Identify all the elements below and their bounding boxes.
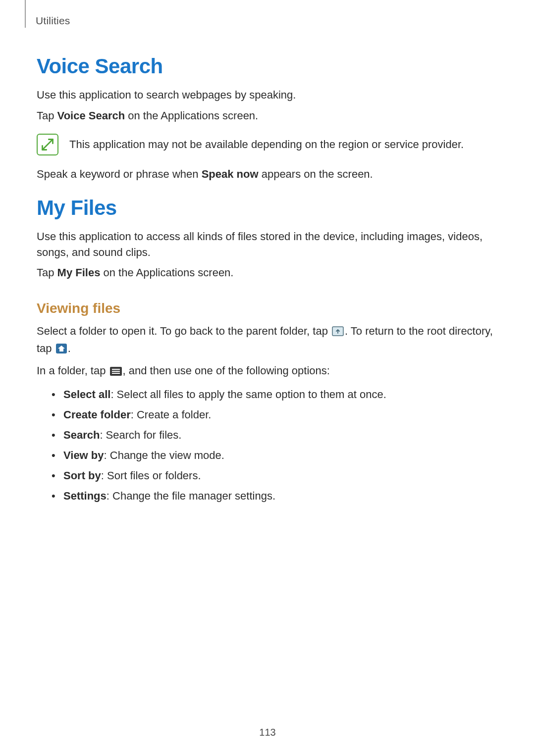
my-files-intro: Use this application to access all kinds… xyxy=(37,229,498,260)
note-icon xyxy=(37,134,58,155)
option-desc: : Change the view mode. xyxy=(104,449,224,461)
availability-note: This application may not be available de… xyxy=(37,134,498,155)
option-label: Search xyxy=(63,429,100,441)
my-files-tap: Tap My Files on the Applications screen. xyxy=(37,265,498,281)
text-fragment: . xyxy=(68,342,71,354)
option-label: Select all xyxy=(63,388,110,401)
page-content: Voice Search Use this application to sea… xyxy=(37,15,498,504)
list-item: View by: Change the view mode. xyxy=(52,447,498,463)
option-label: Settings xyxy=(63,490,107,502)
text-fragment: Tap xyxy=(37,109,57,122)
svg-rect-5 xyxy=(112,373,120,374)
options-list: Select all: Select all files to apply th… xyxy=(52,386,498,504)
text-fragment: on the Applications screen. xyxy=(100,266,233,279)
text-fragment: Speak a keyword or phrase when xyxy=(37,168,202,180)
bold-speak-now: Speak now xyxy=(202,168,259,180)
manual-page: Utilities Voice Search Use this applicat… xyxy=(0,0,535,756)
svg-rect-3 xyxy=(112,369,120,370)
note-text: This application may not be available de… xyxy=(69,137,464,152)
list-item: Search: Search for files. xyxy=(52,427,498,443)
text-fragment: on the Applications screen. xyxy=(125,109,258,122)
option-label: Sort by xyxy=(63,469,101,482)
heading-my-files: My Files xyxy=(37,196,498,220)
pencil-note-icon xyxy=(41,138,54,151)
option-desc: : Change the file manager settings. xyxy=(107,490,275,502)
text-fragment: appears on the screen. xyxy=(259,168,373,180)
text-fragment: Select a folder to open it. To go back t… xyxy=(37,325,331,337)
bold-my-files: My Files xyxy=(57,266,101,279)
option-desc: : Sort files or folders. xyxy=(101,469,201,482)
list-item: Select all: Select all files to apply th… xyxy=(52,386,498,403)
option-label: View by xyxy=(63,449,104,461)
list-item: Create folder: Create a folder. xyxy=(52,406,498,423)
option-desc: : Search for files. xyxy=(100,429,181,441)
viewing-files-menu: In a folder, tap , and then use one of t… xyxy=(37,363,498,380)
text-fragment: Tap xyxy=(37,266,57,279)
home-icon xyxy=(56,342,67,358)
voice-search-tap: Tap Voice Search on the Applications scr… xyxy=(37,108,498,124)
svg-rect-4 xyxy=(112,371,120,372)
menu-icon xyxy=(110,364,122,380)
text-fragment: , and then use one of the following opti… xyxy=(123,364,330,377)
breadcrumb: Utilities xyxy=(36,15,70,27)
header-rule xyxy=(25,0,26,28)
list-item: Settings: Change the file manager settin… xyxy=(52,488,498,504)
option-label: Create folder xyxy=(63,408,131,421)
voice-search-speak: Speak a keyword or phrase when Speak now… xyxy=(37,166,498,182)
bold-voice-search: Voice Search xyxy=(57,109,125,122)
viewing-files-nav: Select a folder to open it. To go back t… xyxy=(37,323,498,358)
option-desc: : Select all files to apply the same opt… xyxy=(110,388,386,401)
voice-search-intro: Use this application to search webpages … xyxy=(37,87,498,103)
text-fragment: In a folder, tap xyxy=(37,364,109,377)
option-desc: : Create a folder. xyxy=(131,408,212,421)
folder-up-icon xyxy=(332,325,344,341)
heading-voice-search: Voice Search xyxy=(37,54,498,78)
page-number: 113 xyxy=(0,727,535,738)
list-item: Sort by: Sort files or folders. xyxy=(52,467,498,484)
heading-viewing-files: Viewing files xyxy=(37,301,498,316)
